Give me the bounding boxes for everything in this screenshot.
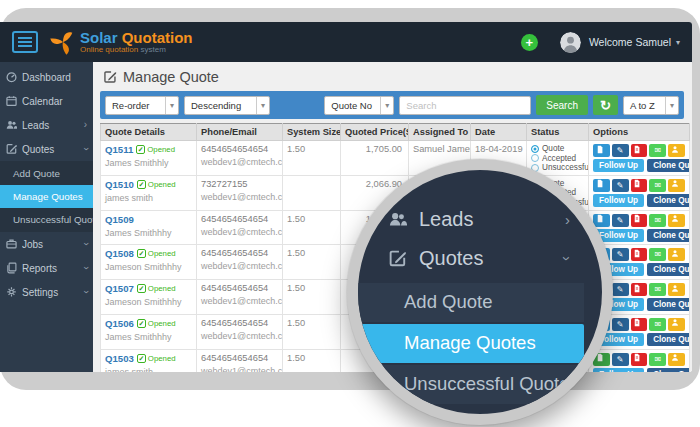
pdf-button[interactable] — [631, 214, 648, 227]
table-row: Q1511✓OpenedJames Smithhly6454654654654w… — [101, 141, 690, 176]
email-button[interactable]: ✉ — [649, 214, 666, 227]
email-button[interactable]: ✉ — [649, 353, 666, 366]
user-avatar-icon — [560, 32, 581, 53]
search-button[interactable]: Search — [536, 95, 588, 115]
customer-name: Jameson Smithhhy — [105, 297, 192, 307]
quote-link[interactable]: Q1506 — [105, 318, 134, 329]
clone-quote-button[interactable]: Clone Quote — [647, 194, 689, 207]
follow-up-button[interactable]: Follow Up — [593, 368, 644, 372]
user-icon — [671, 318, 682, 330]
sidebar-subitem-unsuccessful-quotes[interactable]: Unsuccessful Quotes — [0, 208, 93, 231]
calendar-icon — [6, 95, 17, 107]
quote-link[interactable]: Q1503 — [105, 353, 134, 364]
welcome-user-menu[interactable]: Welcome Samuel ▾ — [589, 36, 680, 48]
email-button[interactable]: ✉ — [649, 283, 666, 296]
follow-up-button[interactable]: Follow Up — [593, 159, 644, 172]
email-button[interactable]: ✉ — [649, 179, 666, 192]
clone-quote-button[interactable]: Clone Quote — [647, 263, 689, 276]
check-icon: ✓ — [137, 354, 146, 363]
system-size-value: 1.50 — [283, 141, 341, 176]
assign-user-button[interactable] — [668, 248, 685, 261]
sidebar-item-leads[interactable]: Leads› — [0, 113, 93, 137]
email-button[interactable]: ✉ — [649, 248, 666, 261]
quote-link[interactable]: Q1509 — [105, 214, 134, 225]
user-icon — [671, 179, 682, 191]
edit-quote-button[interactable]: ✎ — [612, 248, 629, 261]
sidebar-item-settings[interactable]: Settings› — [0, 280, 93, 304]
caret-down-icon: ▾ — [676, 38, 680, 47]
sidebar-item-calendar[interactable]: Calendar — [0, 89, 93, 113]
sidebar-item-dashboard[interactable]: Dashboard — [0, 65, 93, 89]
status-radio-accepted[interactable] — [531, 154, 539, 162]
assign-user-button[interactable] — [668, 283, 685, 296]
email-button[interactable]: ✉ — [649, 144, 666, 157]
column-header-system-size-kw-: System Size(kW) — [283, 124, 341, 141]
add-new-button[interactable]: + — [521, 34, 538, 51]
mail-icon: ✉ — [654, 146, 661, 155]
check-icon: ✓ — [137, 180, 146, 189]
edit-quote-button[interactable]: ✎ — [612, 179, 629, 192]
email-button[interactable]: ✉ — [649, 318, 666, 331]
refresh-button[interactable]: ↻ — [593, 95, 618, 115]
view-quote-button[interactable] — [593, 144, 610, 157]
chevron-down-icon: › — [80, 266, 90, 269]
pdf-button[interactable] — [631, 179, 648, 192]
assign-user-button[interactable] — [668, 214, 685, 227]
hamburger-menu-icon[interactable] — [12, 31, 38, 53]
check-icon: ✓ — [137, 249, 146, 258]
clone-quote-button[interactable]: Clone Quote — [647, 298, 689, 311]
page-title: Manage Quote — [123, 69, 219, 85]
magnifier-subitem-manage-quotes: Manage Quotes — [358, 324, 584, 363]
customer-name: James Smithhhy — [105, 228, 192, 238]
pdf-icon — [633, 318, 644, 330]
magnifier-item-label: Leads — [419, 208, 474, 231]
status-radio-quote[interactable] — [531, 145, 539, 153]
pdf-button[interactable] — [631, 353, 648, 366]
edit-quote-button[interactable]: ✎ — [612, 283, 629, 296]
assign-user-button[interactable] — [668, 144, 685, 157]
quote-link[interactable]: Q1507 — [105, 283, 134, 294]
edit-quote-button[interactable]: ✎ — [612, 318, 629, 331]
pdf-button[interactable] — [631, 318, 648, 331]
assign-user-button[interactable] — [668, 179, 685, 192]
order-select[interactable]: Descending ▾ — [184, 96, 270, 115]
sidebar-item-reports[interactable]: Reports› — [0, 256, 93, 280]
quote-link[interactable]: Q1511 — [105, 144, 133, 155]
edit-quote-button[interactable]: ✎ — [612, 214, 629, 227]
mail-icon: ✉ — [654, 250, 661, 259]
sidebar-subitem-manage-quotes[interactable]: Manage Quotes — [0, 185, 93, 208]
briefcase-icon — [388, 416, 407, 425]
pencil-square-icon — [6, 143, 17, 155]
quote-link[interactable]: Q1508 — [105, 248, 134, 259]
check-icon: ✓ — [137, 319, 146, 328]
reorder-select[interactable]: Re-order ▾ — [105, 96, 179, 115]
quote-link[interactable]: Q1510 — [105, 179, 134, 190]
pdf-icon — [633, 284, 644, 296]
assign-user-button[interactable] — [668, 318, 685, 331]
system-size-value: 1.50 — [283, 210, 341, 245]
search-input[interactable] — [399, 96, 531, 115]
sidebar-item-quotes[interactable]: Quotes› — [0, 137, 93, 161]
user-icon — [671, 353, 682, 365]
pdf-button[interactable] — [631, 248, 648, 261]
edit-quote-button[interactable]: ✎ — [612, 144, 629, 157]
magnifier-subitem-add-quote: Add Quote — [358, 283, 584, 322]
view-quote-button[interactable] — [593, 179, 610, 192]
pdf-button[interactable] — [631, 283, 648, 296]
clone-quote-button[interactable]: Clone Quote — [647, 159, 689, 172]
view-quote-button[interactable] — [593, 214, 610, 227]
clone-quote-button[interactable]: Clone Quote — [647, 368, 689, 372]
clone-quote-button[interactable]: Clone Quote — [647, 229, 689, 242]
assign-user-button[interactable] — [668, 353, 685, 366]
search-field-select[interactable]: Quote No ▾ — [324, 96, 394, 115]
avatar[interactable] — [560, 32, 581, 53]
pdf-button[interactable] — [631, 144, 648, 157]
sidebar-item-jobs[interactable]: Jobs› — [0, 232, 93, 256]
follow-up-button[interactable]: Follow Up — [593, 194, 644, 207]
edit-quote-button[interactable]: ✎ — [612, 353, 629, 366]
sort-select[interactable]: A to Z ▾ — [623, 96, 679, 115]
clone-quote-button[interactable]: Clone Quote — [647, 333, 689, 346]
opened-label: Opened — [148, 249, 176, 258]
email-value: webdev1@cmtech.com.au — [201, 331, 278, 341]
sidebar-subitem-add-quote[interactable]: Add Quote — [0, 162, 93, 185]
